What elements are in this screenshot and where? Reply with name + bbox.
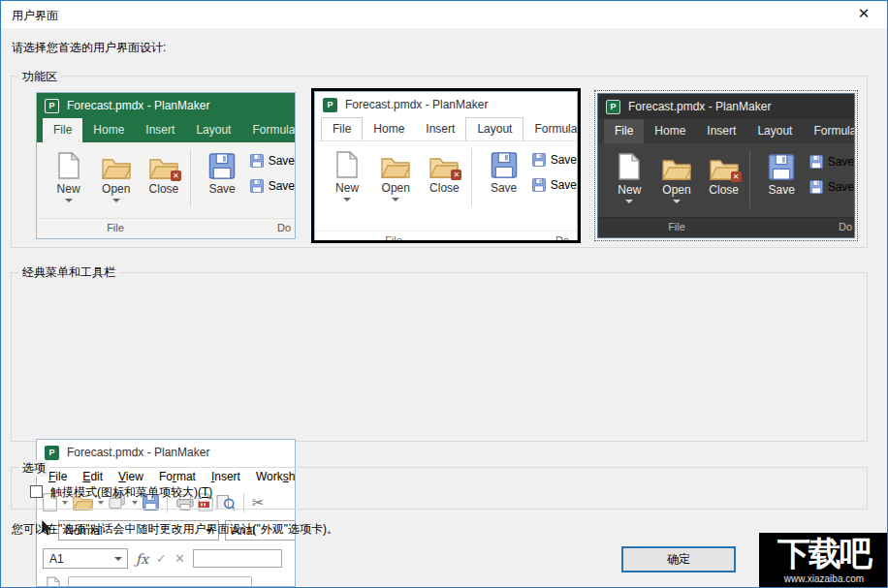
function-icon: ƒx bbox=[136, 551, 148, 567]
small-save-buttons: Save Save bbox=[809, 148, 854, 208]
touch-mode-checkbox[interactable] bbox=[30, 485, 43, 498]
save-button: Save bbox=[479, 146, 527, 206]
cell-reference-combo: A1 bbox=[43, 548, 128, 569]
ribbon-toolbar: New Open ✕ Close Save Save Save bbox=[37, 142, 295, 207]
open-button: Open bbox=[653, 148, 701, 208]
save-floppy-icon bbox=[768, 148, 795, 180]
save-floppy-icon bbox=[208, 147, 236, 179]
tab-home: Home bbox=[82, 118, 135, 142]
classic-preview-light[interactable]: P Forecast.pmdx - PlanMaker File Edit Vi… bbox=[36, 439, 296, 587]
chevron-down-icon bbox=[343, 198, 351, 201]
ribbon-group-labels: File Do bbox=[37, 218, 295, 238]
save-as-small-button: Save bbox=[250, 179, 295, 193]
save-small-button: Save bbox=[809, 155, 854, 169]
touch-mode-label: 触摸模式(图标和菜单项较大)(T) bbox=[50, 484, 212, 501]
footer-note: 您可以在"选项"对话会中随时更改用户界面设计("外观"选项卡)。 bbox=[12, 521, 338, 538]
tab-insert: Insert bbox=[135, 118, 185, 142]
new-document-icon bbox=[618, 148, 640, 180]
sheet-selector bbox=[68, 576, 252, 587]
clipped-toolbar-row bbox=[37, 573, 295, 587]
ribbon-toolbar: New Open ✕ Close Save Save Save bbox=[315, 141, 577, 206]
preview-window-title: Forecast.pmdx - PlanMaker bbox=[67, 446, 209, 459]
close-badge-icon: ✕ bbox=[171, 170, 181, 181]
ribbon-group-label: 功能区 bbox=[18, 69, 61, 85]
confirm-check-icon: ✓ bbox=[156, 551, 167, 566]
new-button: New bbox=[606, 148, 653, 208]
floppy-icon bbox=[250, 154, 264, 168]
close-icon[interactable]: ✕ bbox=[852, 5, 875, 24]
ribbon-preview-light-selected[interactable]: P Forecast.pmdx - PlanMaker File Home In… bbox=[311, 88, 581, 243]
save-button: Save bbox=[198, 147, 245, 207]
close-folder-icon: ✕ bbox=[710, 148, 739, 180]
save-floppy-icon bbox=[491, 146, 518, 178]
prompt-text: 请选择您首选的用户界面设计: bbox=[12, 40, 166, 56]
preview-titlebar: P Forecast.pmdx - PlanMaker bbox=[37, 440, 295, 465]
group-separator bbox=[749, 150, 750, 208]
ribbon-preview-dark[interactable]: P Forecast.pmdx - PlanMaker File Home In… bbox=[594, 90, 858, 241]
save-as-small-button: Save bbox=[532, 178, 577, 192]
tab-insert: Insert bbox=[415, 117, 465, 140]
close-folder-icon: ✕ bbox=[149, 147, 178, 179]
small-save-buttons: Save Save bbox=[250, 147, 295, 207]
tab-layout: Layout bbox=[185, 118, 241, 142]
open-folder-icon bbox=[381, 146, 410, 178]
close-button: ✕ Close bbox=[420, 146, 468, 206]
watermark-url: www.xiazaiba.com bbox=[759, 573, 888, 585]
document-icon bbox=[47, 576, 60, 587]
floppy-icon bbox=[809, 155, 823, 169]
planmaker-logo-icon: P bbox=[45, 446, 59, 460]
tab-home: Home bbox=[363, 117, 415, 140]
tab-file: File bbox=[43, 118, 82, 142]
planmaker-logo-icon: P bbox=[45, 99, 59, 113]
user-interface-dialog: 用户界面 ✕ 请选择您首选的用户界面设计: 功能区 P Forecast.pmd… bbox=[0, 0, 888, 588]
classic-groupbox bbox=[11, 272, 868, 442]
classic-group-label: 经典菜单和工具栏 bbox=[18, 264, 119, 281]
formula-bar: A1 ƒx ✓ ✕ bbox=[37, 544, 295, 573]
chevron-down-icon bbox=[114, 557, 122, 561]
open-button: Open bbox=[371, 146, 420, 206]
planmaker-logo-icon: P bbox=[323, 98, 337, 112]
close-badge-icon: ✕ bbox=[731, 171, 742, 182]
close-folder-icon: ✕ bbox=[429, 146, 459, 178]
close-button: ✕ Close bbox=[140, 147, 187, 207]
ribbon-group-labels: File Do bbox=[315, 231, 577, 243]
tab-formula: Formula bbox=[803, 119, 855, 143]
ribbon-tab-bar: File Home Insert Layout Formula bbox=[315, 117, 577, 141]
new-document-icon bbox=[58, 147, 79, 179]
tab-formula: Formula bbox=[241, 118, 296, 142]
save-small-button: Save bbox=[250, 154, 295, 168]
preview-window-title: Forecast.pmdx - PlanMaker bbox=[345, 98, 488, 111]
tab-formula: Formula bbox=[523, 117, 578, 140]
planmaker-logo-icon: P bbox=[606, 100, 620, 114]
new-button: New bbox=[323, 146, 371, 206]
save-small-button: Save bbox=[532, 153, 577, 167]
dialog-title: 用户界面 bbox=[12, 8, 58, 24]
ribbon-tab-bar: File Home Insert Layout Formula bbox=[37, 118, 295, 142]
dialog-titlebar: 用户界面 ✕ bbox=[1, 1, 887, 28]
chevron-down-icon bbox=[112, 199, 120, 202]
tab-layout: Layout bbox=[465, 117, 523, 140]
chevron-down-icon bbox=[625, 200, 633, 203]
ribbon-toolbar: New Open ✕ Close Save Save Save bbox=[598, 143, 854, 208]
chevron-down-icon bbox=[673, 200, 681, 203]
options-group-label: 选项 bbox=[18, 460, 49, 477]
close-button: ✕ Close bbox=[700, 148, 747, 208]
ribbon-preview-colored[interactable]: P Forecast.pmdx - PlanMaker File Home In… bbox=[36, 92, 296, 239]
chevron-down-icon bbox=[392, 198, 399, 201]
tab-insert: Insert bbox=[696, 119, 746, 143]
save-as-small-button: Save bbox=[809, 180, 854, 194]
cancel-x-icon: ✕ bbox=[174, 551, 185, 566]
tab-layout: Layout bbox=[746, 119, 803, 143]
chevron-down-icon bbox=[65, 199, 73, 202]
group-separator bbox=[471, 148, 472, 206]
floppy-icon bbox=[250, 179, 264, 193]
small-save-buttons: Save Save bbox=[532, 146, 577, 206]
formula-input bbox=[193, 549, 282, 568]
watermark: 下载吧 www.xiazaiba.com bbox=[759, 533, 888, 588]
floppy-icon bbox=[532, 153, 546, 167]
save-button: Save bbox=[758, 148, 806, 208]
preview-window-title: Forecast.pmdx - PlanMaker bbox=[67, 99, 209, 112]
ok-button[interactable]: 确定 bbox=[621, 546, 736, 573]
preview-titlebar: P Forecast.pmdx - PlanMaker bbox=[37, 93, 295, 118]
new-button: New bbox=[45, 147, 92, 207]
